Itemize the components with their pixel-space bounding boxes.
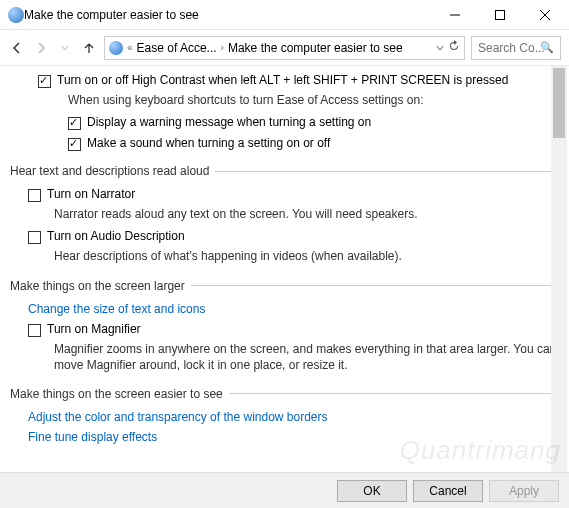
narrator-desc: Narrator reads aloud any text on the scr…: [10, 205, 559, 226]
close-button[interactable]: [522, 0, 567, 30]
titlebar: Make the computer easier to see: [0, 0, 569, 30]
back-button[interactable]: [8, 39, 26, 57]
audio-desc-desc: Hear descriptions of what's happening in…: [10, 247, 559, 268]
hear-group: Hear text and descriptions read aloud Tu…: [10, 164, 559, 268]
window-title: Make the computer easier to see: [24, 8, 432, 22]
chevron-icon: «: [127, 42, 133, 53]
svg-rect-1: [495, 10, 504, 19]
narrator-label: Turn on Narrator: [47, 187, 135, 201]
sound-label: Make a sound when turning a setting on o…: [87, 136, 330, 150]
control-panel-icon: [109, 41, 123, 55]
high-contrast-checkbox[interactable]: [38, 75, 51, 88]
larger-group: Make things on the screen larger Change …: [10, 279, 559, 377]
forward-button[interactable]: [32, 39, 50, 57]
maximize-button[interactable]: [477, 0, 522, 30]
breadcrumb-segment[interactable]: Make the computer easier to see: [228, 41, 403, 55]
magnifier-checkbox[interactable]: [28, 324, 41, 337]
audio-desc-label: Turn on Audio Description: [47, 229, 185, 243]
chevron-right-icon: ›: [221, 42, 224, 53]
breadcrumb[interactable]: « Ease of Acce... › Make the computer ea…: [104, 36, 465, 60]
fine-tune-link[interactable]: Fine tune display effects: [10, 427, 559, 447]
navbar: « Ease of Acce... › Make the computer ea…: [0, 30, 569, 66]
warning-label: Display a warning message when turning a…: [87, 115, 371, 129]
high-contrast-label: Turn on or off High Contrast when left A…: [57, 73, 508, 87]
easier-legend: Make things on the screen easier to see: [10, 387, 229, 401]
dropdown-icon[interactable]: [436, 41, 444, 55]
magnifier-label: Turn on Magnifier: [47, 322, 141, 336]
cancel-button[interactable]: Cancel: [413, 480, 483, 502]
search-icon: 🔍: [540, 41, 554, 54]
adjust-color-link[interactable]: Adjust the color and transparency of the…: [10, 407, 559, 427]
magnifier-desc: Magnifier zooms in anywhere on the scree…: [10, 340, 559, 377]
refresh-icon[interactable]: [448, 40, 460, 55]
shortcut-helper-text: When using keyboard shortcuts to turn Ea…: [10, 91, 559, 112]
scroll-thumb[interactable]: [553, 68, 565, 138]
audio-desc-checkbox[interactable]: [28, 231, 41, 244]
content-area: Turn on or off High Contrast when left A…: [0, 66, 569, 472]
control-panel-icon: [8, 7, 24, 23]
hear-legend: Hear text and descriptions read aloud: [10, 164, 215, 178]
sound-checkbox[interactable]: [68, 138, 81, 151]
up-button[interactable]: [80, 39, 98, 57]
ok-button[interactable]: OK: [337, 480, 407, 502]
recent-dropdown-icon[interactable]: [56, 39, 74, 57]
warning-checkbox[interactable]: [68, 117, 81, 130]
search-input[interactable]: 🔍: [471, 36, 561, 60]
scrollbar[interactable]: [551, 66, 567, 472]
easier-group: Make things on the screen easier to see …: [10, 387, 559, 447]
footer: OK Cancel Apply: [0, 472, 569, 508]
narrator-checkbox[interactable]: [28, 189, 41, 202]
minimize-button[interactable]: [432, 0, 477, 30]
larger-legend: Make things on the screen larger: [10, 279, 191, 293]
breadcrumb-segment[interactable]: Ease of Acce...: [137, 41, 217, 55]
apply-button[interactable]: Apply: [489, 480, 559, 502]
change-size-link[interactable]: Change the size of text and icons: [10, 299, 559, 319]
